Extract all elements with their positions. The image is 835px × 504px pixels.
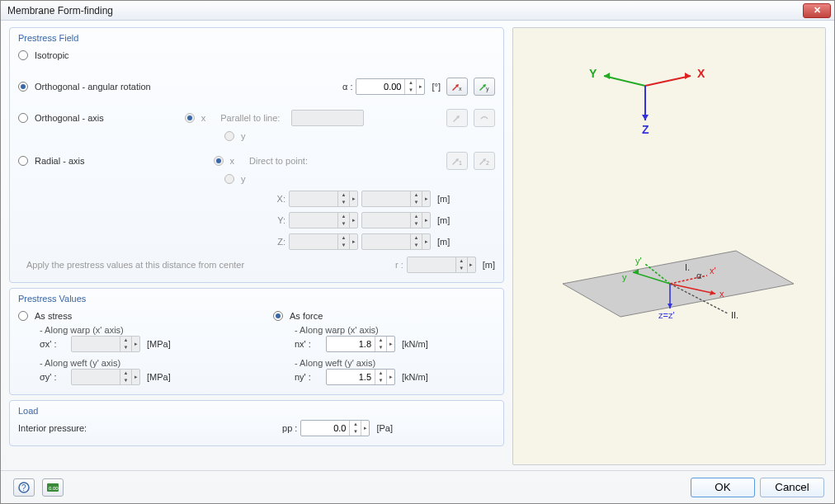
svg-text:y': y'	[635, 256, 642, 266]
alpha-unit: [°]	[432, 82, 441, 92]
coord-y1: ▲▼▸	[289, 212, 358, 228]
prestress-values-group: Prestress Values As stress - Along warp …	[9, 288, 504, 395]
pick-point2-button: 2	[474, 152, 495, 170]
r-unit: [m]	[483, 260, 495, 270]
force-warp-label: - Along warp (x' axis)	[295, 325, 495, 335]
svg-line-7	[604, 76, 645, 86]
pick-x-axis-button[interactable]: x	[446, 78, 468, 96]
as-stress-row[interactable]: As stress	[18, 307, 240, 325]
n-x-label: nx' :	[295, 339, 323, 349]
footer: ? 0.00 OK Cancel	[1, 470, 834, 503]
stress-warp-label: - Along warp (x' axis)	[40, 325, 240, 335]
pick-line-button	[446, 109, 468, 127]
svg-text:I.: I.	[685, 262, 690, 272]
pick-y-axis-button[interactable]: y	[474, 78, 495, 96]
prestress-field-group: Prestress Field Isotropic Orthogonal - a…	[9, 27, 504, 283]
radial-x-label: x	[230, 156, 235, 166]
units-button[interactable]: 0.00	[42, 478, 64, 497]
svg-marker-13	[563, 251, 794, 317]
pp-input[interactable]	[301, 421, 349, 436]
radial-x-radio	[214, 156, 224, 166]
svg-text:z=z': z=z'	[658, 310, 675, 320]
prestress-field-title: Prestress Field	[18, 33, 495, 43]
apply-note: Apply the prestress values at this dista…	[26, 260, 244, 270]
svg-text:x': x'	[710, 266, 716, 276]
n-y-spinner[interactable]: ▲▼▸	[326, 369, 395, 385]
direct-label: Direct to point:	[249, 156, 308, 166]
radial-y-row: y	[224, 170, 495, 188]
coord-y-label: Y:	[266, 215, 285, 225]
ortho-angular-radio[interactable]	[18, 82, 28, 92]
n-x-unit: [kN/m]	[402, 339, 428, 349]
coord-z2: ▲▼▸	[361, 233, 431, 250]
coord-y2: ▲▼▸	[361, 212, 431, 228]
stress-weft-label: - Along weft (y' axis)	[40, 358, 240, 368]
pp-spinner[interactable]: ▲▼▸	[300, 420, 370, 436]
svg-text:II.: II.	[731, 310, 738, 320]
pp-label: pp :	[282, 423, 297, 433]
load-group: Load Interior pressure: pp : ▲▼▸ [Pa]	[9, 400, 504, 446]
ortho-axis-y-label: y	[241, 131, 246, 141]
help-button[interactable]: ?	[13, 478, 35, 497]
coord-x1: ▲▼▸	[289, 191, 358, 207]
coord-z-label: Z:	[266, 237, 285, 247]
coord-z-unit: [m]	[437, 237, 450, 247]
as-force-row[interactable]: As force	[273, 307, 495, 325]
as-force-radio[interactable]	[273, 311, 283, 321]
left-panel: Prestress Field Isotropic Orthogonal - a…	[9, 27, 504, 465]
radial-y-label: y	[241, 174, 246, 184]
svg-line-4	[645, 76, 691, 86]
coord-x-unit: [m]	[437, 194, 450, 204]
svg-text:0.00: 0.00	[49, 486, 59, 491]
svg-text:x: x	[719, 289, 724, 299]
n-y-input[interactable]	[327, 370, 375, 384]
spin-down[interactable]: ▼	[405, 87, 416, 94]
sigma-x-label: σx' :	[40, 339, 68, 349]
radial-axis-radio[interactable]	[18, 156, 28, 166]
coord-x-label: X:	[266, 194, 285, 204]
svg-text:y: y	[486, 86, 489, 92]
svg-text:Z: Z	[642, 123, 649, 136]
ortho-angular-label: Orthogonal - angular rotation	[35, 82, 151, 92]
svg-text:Y: Y	[589, 67, 597, 80]
ortho-axis-radio[interactable]	[18, 113, 28, 123]
radial-axis-row[interactable]: Radial - axis x Direct to point: 1 2	[18, 152, 495, 170]
window-title: Membrane Form-finding	[7, 5, 803, 16]
coord-x2: ▲▼▸	[361, 191, 431, 207]
spin-up[interactable]: ▲	[405, 79, 416, 87]
sigma-y-spinner: ▲▼▸	[71, 369, 140, 385]
ortho-angular-row[interactable]: Orthogonal - angular rotation α : ▲▼ ▸ […	[18, 78, 495, 96]
alpha-spinner[interactable]: ▲▼ ▸	[356, 78, 425, 95]
svg-text:y: y	[622, 272, 627, 282]
ortho-axis-row[interactable]: Orthogonal - axis x Parallel to line:	[18, 109, 495, 127]
n-y-unit: [kN/m]	[402, 372, 428, 382]
dialog-body: Prestress Field Isotropic Orthogonal - a…	[1, 21, 834, 470]
close-button[interactable]: ✕	[803, 3, 831, 18]
svg-text:α: α	[696, 271, 702, 280]
as-stress-col: As stress - Along warp (x' axis) σx' : ▲…	[18, 307, 240, 386]
alpha-input[interactable]	[356, 79, 404, 94]
svg-text:2: 2	[486, 160, 489, 166]
apply-note-row: Apply the prestress values at this dista…	[18, 256, 495, 274]
sigma-y-label: σy' :	[40, 372, 68, 382]
ortho-axis-y-row: y	[224, 127, 495, 145]
pp-unit: [Pa]	[376, 423, 393, 433]
as-stress-radio[interactable]	[18, 311, 28, 321]
n-x-spinner[interactable]: ▲▼▸	[326, 336, 395, 352]
svg-text:1: 1	[459, 160, 462, 166]
svg-text:?: ?	[21, 483, 26, 492]
ortho-axis-label: Orthogonal - axis	[35, 113, 104, 123]
spin-side[interactable]: ▸	[416, 79, 424, 94]
coord-y-unit: [m]	[437, 215, 450, 225]
svg-marker-5	[685, 73, 691, 79]
cancel-button[interactable]: Cancel	[760, 478, 824, 497]
pick-line-clear-button	[474, 109, 495, 127]
ok-button[interactable]: OK	[691, 478, 755, 497]
radial-y-radio	[224, 174, 234, 184]
sigma-x-unit: [MPa]	[147, 339, 171, 349]
isotropic-row[interactable]: Isotropic	[18, 46, 495, 64]
preview-svg: X Y Z x x'	[513, 28, 825, 457]
isotropic-radio[interactable]	[18, 50, 28, 60]
isotropic-label: Isotropic	[35, 50, 69, 60]
n-x-input[interactable]	[327, 337, 375, 351]
